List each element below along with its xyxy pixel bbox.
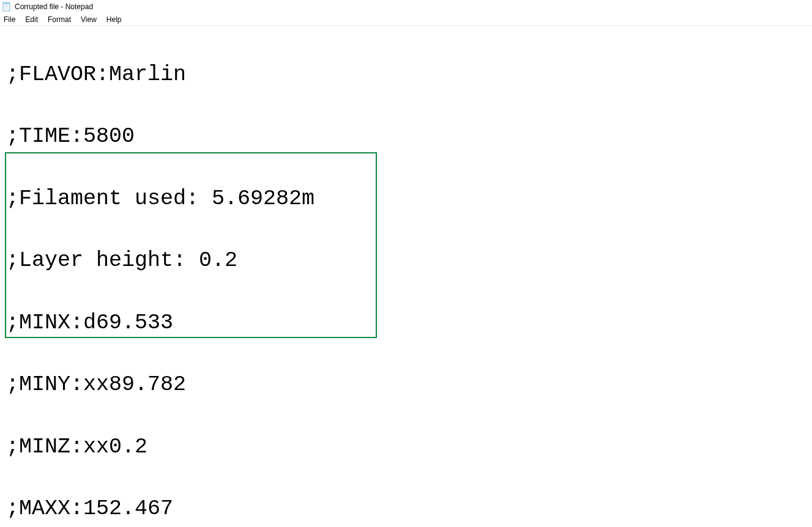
menu-edit[interactable]: Edit bbox=[20, 14, 43, 25]
menu-view[interactable]: View bbox=[76, 14, 102, 25]
menu-help[interactable]: Help bbox=[102, 14, 127, 25]
text-editor-content[interactable]: ;FLAVOR:Marlin ;TIME:5800 ;Filament used… bbox=[0, 26, 812, 527]
text-line: ;TIME:5800 bbox=[6, 121, 806, 152]
menu-file[interactable]: File bbox=[2, 14, 20, 25]
text-line: ;Layer height: 0.2 bbox=[6, 245, 806, 276]
menu-bar: File Edit Format View Help bbox=[0, 13, 812, 26]
text-line: ;Filament used: 5.69282m bbox=[6, 183, 806, 215]
text-line: ;MINY:xx89.782 bbox=[6, 369, 806, 400]
window-title: Corrupted file - Notepad bbox=[15, 2, 93, 11]
text-line: ;MINX:d69.533 bbox=[6, 308, 806, 339]
menu-format[interactable]: Format bbox=[43, 14, 76, 25]
text-line: ;MINZ:xx0.2 bbox=[6, 432, 806, 463]
text-line: ;FLAVOR:Marlin bbox=[6, 59, 806, 90]
svg-rect-1 bbox=[3, 2, 10, 4]
notepad-icon bbox=[2, 2, 12, 12]
text-line: ;MAXX:152.467 bbox=[6, 493, 806, 525]
title-bar: Corrupted file - Notepad bbox=[0, 0, 812, 13]
